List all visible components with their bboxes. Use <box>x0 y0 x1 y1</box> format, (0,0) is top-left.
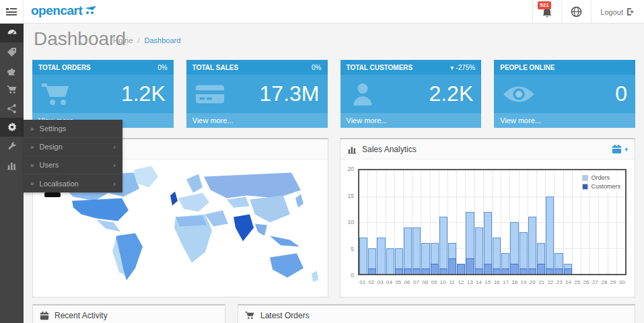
orders-bar <box>386 248 394 275</box>
customers-bar <box>404 268 412 274</box>
menu-item-users[interactable]: » Users › <box>24 156 122 174</box>
breadcrumb-current-link[interactable]: Dashboard <box>145 36 181 44</box>
x-tick-label: 27 <box>591 279 600 285</box>
x-tick-label: 28 <box>600 279 608 285</box>
menu-item-label: Design <box>40 143 63 151</box>
sidebar-item-tools[interactable] <box>0 137 24 155</box>
tile-delta: -275% <box>456 64 475 71</box>
x-tick-label: 21 <box>537 279 546 285</box>
chart-legend: OrdersCustomers <box>579 172 623 192</box>
breadcrumb-home-link[interactable]: Home <box>113 36 133 44</box>
sidebar-item-marketing[interactable] <box>0 99 24 118</box>
x-tick-label: 17 <box>501 279 510 285</box>
logout-label: Logout <box>600 8 623 16</box>
chart-bar-slot <box>528 170 537 274</box>
logo-text: opencart <box>31 3 82 18</box>
menu-item-label: Localisation <box>40 180 79 188</box>
tile-label: PEOPLE ONLINE <box>500 64 554 71</box>
orders-bar <box>413 227 421 274</box>
tile-total-orders: TOTAL ORDERS 0% 1.2K View more... <box>32 60 174 128</box>
tile-value: 17.3M <box>260 81 320 106</box>
logout-button[interactable]: Logout <box>591 0 644 24</box>
orders-bar <box>439 217 448 274</box>
menu-item-design[interactable]: » Design › <box>24 138 122 156</box>
tile-delta: 0% <box>157 64 167 71</box>
caret-down-icon: ▾ <box>624 146 628 153</box>
x-tick-label: 10 <box>439 279 448 285</box>
tile-delta: 0% <box>312 64 321 71</box>
customers-bar <box>554 268 563 274</box>
orders-bar <box>404 227 412 274</box>
menu-item-settings[interactable]: » Settings <box>24 120 122 138</box>
orders-bar <box>520 232 528 274</box>
tile-label: TOTAL CUSTOMERS <box>347 64 413 71</box>
chart-bar-slot <box>475 170 484 274</box>
chart-bar-slot <box>501 170 510 274</box>
tile-value: 2.2K <box>429 81 473 106</box>
double-chevron-icon: » <box>30 125 34 133</box>
menu-item-localisation[interactable]: » Localisation › <box>24 174 122 192</box>
legend-label: Customers <box>591 182 620 191</box>
catalog-tag-icon <box>7 47 17 57</box>
tools-wrench-icon <box>7 141 17 151</box>
orders-bar <box>528 217 536 274</box>
customers-bar <box>431 264 439 274</box>
sidebar-toggle-button[interactable] <box>0 0 24 24</box>
submenu-arrow-icon: › <box>113 161 116 169</box>
page-title: Dashboard <box>34 28 126 50</box>
storefront-button[interactable] <box>561 0 591 24</box>
x-tick-label: 07 <box>412 279 421 285</box>
customers-bar <box>510 264 518 274</box>
view-more-link[interactable]: View more... <box>341 113 482 128</box>
orders-bar <box>377 238 385 274</box>
customers-bar <box>475 268 483 274</box>
top-bar: opencart 521 Logout <box>0 0 644 24</box>
chart-bar-slot <box>439 170 448 274</box>
chart-bar-slot <box>457 170 466 274</box>
eye-icon <box>502 83 536 106</box>
chart-bar-slot <box>395 170 404 274</box>
customers-bar <box>466 258 474 274</box>
customers-bar <box>528 268 536 274</box>
chart-bar-slot <box>413 170 421 274</box>
sidebar-item-extensions[interactable] <box>0 61 24 80</box>
x-tick-label: 04 <box>385 279 394 285</box>
view-more-link[interactable]: View more... <box>186 113 328 128</box>
sidebar-item-catalog[interactable] <box>0 42 24 61</box>
x-tick-label: 11 <box>448 279 456 285</box>
double-chevron-icon: » <box>30 162 34 169</box>
sidebar-item-system[interactable] <box>0 118 24 137</box>
chart-bar-slot <box>546 170 554 274</box>
chart-bar-slot <box>431 170 439 274</box>
date-range-button[interactable]: ▾ <box>612 144 628 154</box>
sidebar-item-sales[interactable] <box>0 80 24 99</box>
sidebar-item-reports[interactable] <box>0 155 24 174</box>
sidebar-item-dashboard[interactable] <box>0 24 24 42</box>
x-tick-label: 02 <box>367 279 375 285</box>
map-zoom-button[interactable] <box>44 192 61 197</box>
chart-bar-slot <box>421 170 430 274</box>
x-tick-label: 12 <box>456 279 465 285</box>
customers-bar <box>493 268 501 274</box>
user-icon <box>349 80 377 108</box>
view-more-link[interactable]: View more... <box>494 113 635 128</box>
breadcrumb-separator: / <box>137 36 139 44</box>
chart-bar-slot <box>554 170 563 274</box>
x-tick-label: 18 <box>510 279 519 285</box>
logout-icon <box>627 7 635 16</box>
globe-icon <box>571 6 582 17</box>
notifications-button[interactable]: 521 <box>532 0 561 24</box>
panel-title: Latest Orders <box>260 311 310 320</box>
latest-orders-panel: Latest Orders <box>238 304 635 323</box>
legend-entry: Customers <box>582 182 620 191</box>
x-tick-label: 24 <box>564 279 573 285</box>
menu-item-label: Users <box>40 161 59 169</box>
chart-bar-slot <box>359 170 368 274</box>
opencart-logo[interactable]: opencart <box>31 3 99 18</box>
customers-bar <box>546 268 554 274</box>
y-tick-label: 10 <box>348 219 354 225</box>
customers-bar <box>457 264 465 274</box>
orders-bar <box>475 227 483 274</box>
topbar-actions: 521 Logout <box>532 0 644 24</box>
x-tick-label: 20 <box>528 279 537 285</box>
